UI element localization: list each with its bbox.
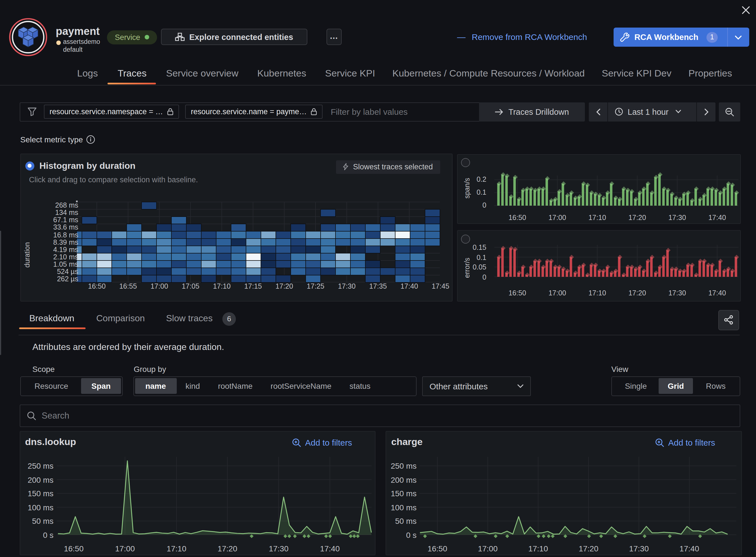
svg-text:span/s: span/s: [463, 177, 471, 198]
